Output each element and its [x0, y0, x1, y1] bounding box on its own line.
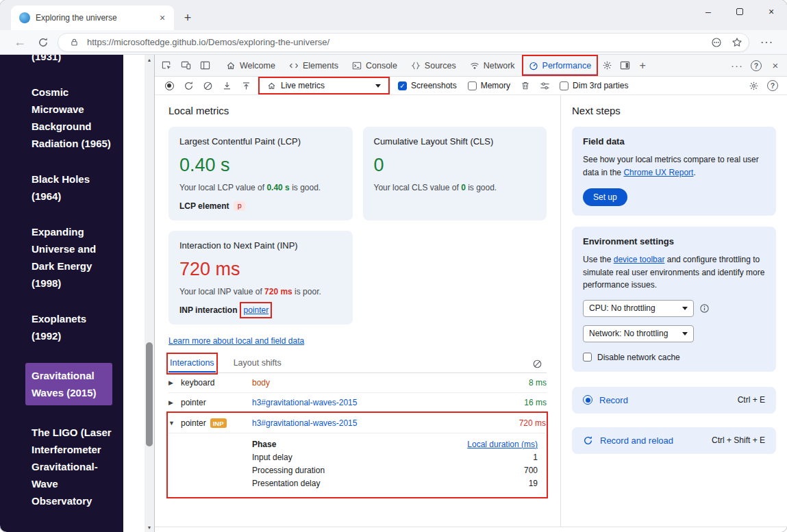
dim-third-parties-checkbox[interactable] — [560, 81, 569, 90]
scrollbar-down-icon[interactable]: ▼ — [145, 522, 154, 532]
tab-sources[interactable]: Sources — [404, 55, 463, 76]
dock-side-button[interactable] — [616, 58, 634, 74]
interaction-target-link[interactable]: h3#gravitational-waves-2015 — [252, 398, 524, 407]
tab-label: Network — [484, 61, 515, 71]
interaction-row-keyboard[interactable]: ▶ keyboard body 8 ms — [168, 373, 547, 393]
nav-item-cosmic-microwave[interactable]: Cosmic Microwave Background Radiation (1… — [32, 84, 114, 152]
nav-item-partial[interactable]: (1931) — [32, 55, 114, 65]
expand-icon[interactable]: ▶ — [168, 379, 181, 386]
field-data-text: See how your local metrics compare to re… — [583, 153, 765, 179]
scrollbar-thumb[interactable] — [146, 342, 153, 446]
interaction-target-link[interactable]: h3#gravitational-waves-2015 — [252, 418, 519, 428]
record-shortcut: Ctrl + E — [738, 395, 765, 405]
nav-item-black-holes[interactable]: Black Holes (1964) — [32, 170, 114, 205]
device-toolbar-button[interactable] — [177, 58, 195, 74]
log-tabs: Interactions Layout shifts — [168, 355, 547, 373]
learn-more-link[interactable]: Learn more about local and field data — [168, 336, 304, 346]
memory-checkbox-row[interactable]: Memory — [463, 81, 515, 90]
lcp-element-label: LCP element — [179, 201, 229, 211]
cpu-info-button[interactable] — [699, 303, 710, 314]
favorite-star-icon[interactable] — [729, 35, 745, 50]
network-throttling-select[interactable]: Network: No throttling — [583, 325, 694, 342]
record-icon — [165, 81, 174, 90]
tab-welcome[interactable]: Welcome — [219, 55, 282, 76]
dim-third-parties-checkbox-row[interactable]: Dim 3rd parties — [555, 81, 633, 90]
disable-cache-checkbox[interactable] — [583, 353, 592, 362]
expand-icon[interactable]: ▶ — [168, 399, 181, 406]
scrollbar-track[interactable] — [145, 64, 154, 522]
load-profile-button[interactable] — [218, 77, 236, 94]
tab-elements[interactable]: Elements — [282, 55, 345, 76]
save-profile-button[interactable] — [237, 77, 255, 94]
tab-performance[interactable]: Performance — [522, 55, 599, 76]
interaction-row-pointer[interactable]: ▶ pointer h3#gravitational-waves-2015 16… — [168, 393, 547, 413]
add-panel-button[interactable]: + — [634, 58, 651, 74]
tab-console[interactable]: Console — [345, 55, 404, 76]
screenshots-checkbox[interactable] — [398, 81, 407, 90]
collapse-icon[interactable]: ▼ — [168, 420, 181, 427]
tab-interactions[interactable]: Interactions — [168, 355, 216, 372]
throttling-button[interactable] — [536, 77, 553, 94]
local-metrics-heading: Local metrics — [168, 105, 547, 116]
browser-menu-button[interactable]: ··· — [755, 36, 779, 49]
device-toolbar-link[interactable]: device toolbar — [614, 255, 665, 264]
panel-help-button[interactable]: ? — [764, 77, 782, 94]
devtools-window-controls: ··· ? × — [728, 55, 784, 76]
window-maximize-button[interactable] — [724, 0, 755, 23]
inp-interaction-link[interactable]: pointer — [243, 305, 268, 315]
memory-checkbox[interactable] — [468, 81, 477, 90]
disable-cache-row[interactable]: Disable network cache — [583, 353, 765, 362]
devtools-more-button[interactable]: ··· — [728, 58, 746, 74]
panel-layout-button[interactable] — [196, 58, 214, 74]
refresh-button[interactable] — [34, 34, 52, 51]
record-button[interactable] — [160, 77, 178, 94]
nav-item-exoplanets[interactable]: Exoplanets (1992) — [32, 310, 114, 344]
page-viewport: (1931) Cosmic Microwave Background Radia… — [0, 55, 154, 532]
devtools-close-button[interactable]: × — [766, 58, 784, 74]
gc-button[interactable] — [516, 77, 534, 94]
page-actions-icon[interactable] — [709, 35, 724, 50]
tab-network[interactable]: Network — [463, 55, 522, 76]
phase-label: Presentation delay — [252, 479, 320, 488]
local-duration-link[interactable]: Local duration (ms) — [467, 440, 538, 449]
devtools-help-button[interactable]: ? — [747, 58, 765, 74]
url-text[interactable]: https://microsoftedge.github.io/Demos/ex… — [87, 37, 703, 47]
lcp-description: Your local LCP value of 0.40 s is good. — [179, 183, 342, 192]
nav-item-gravitational-waves[interactable]: Gravitational Waves (2015) — [25, 363, 112, 405]
window-close-button[interactable]: × — [755, 0, 787, 23]
browser-tab[interactable]: Exploring the universe × — [11, 5, 174, 30]
record-action-card[interactable]: Record Ctrl + E — [572, 387, 776, 414]
interaction-target[interactable]: body — [252, 378, 529, 388]
devtools-tool-icons — [158, 55, 219, 76]
capture-settings-button[interactable] — [745, 77, 762, 94]
tab-layout-shifts[interactable]: Layout shifts — [232, 355, 283, 372]
window-controls: – × — [692, 0, 787, 23]
window-minimize-button[interactable]: – — [692, 0, 724, 23]
crux-report-link[interactable]: Chrome UX Report — [623, 168, 693, 177]
new-tab-button[interactable]: + — [178, 8, 197, 27]
history-view-select[interactable]: Live metrics — [260, 79, 388, 92]
scrollbar-up-icon[interactable]: ▲ — [145, 55, 154, 64]
inp-value: 720 ms — [179, 259, 342, 280]
page-scrollbar[interactable]: ▲ ▼ — [145, 55, 154, 532]
clear-button[interactable] — [199, 77, 216, 94]
back-button[interactable]: ← — [11, 34, 29, 51]
inspect-element-button[interactable] — [158, 58, 175, 74]
interaction-row-pointer-inp[interactable]: ▼ pointer INP h3#gravitational-waves-201… — [168, 414, 546, 433]
tab-close-icon[interactable]: × — [156, 12, 168, 24]
lock-icon[interactable] — [66, 35, 82, 50]
phase-label: Processing duration — [252, 466, 325, 475]
devtools-settings-button[interactable] — [598, 58, 616, 74]
set-up-button[interactable]: Set up — [583, 188, 627, 206]
trash-icon — [521, 81, 530, 90]
url-field[interactable]: https://microsoftedge.github.io/Demos/ex… — [58, 33, 749, 52]
screenshots-checkbox-row[interactable]: Screenshots — [393, 81, 462, 90]
clear-log-button[interactable] — [528, 357, 547, 370]
record-reload-button[interactable] — [179, 77, 197, 94]
nav-item-expanding-universe[interactable]: Expanding Universe and Dark Energy (1998… — [32, 223, 114, 292]
nav-item-ligo[interactable]: The LIGO (Laser Interferometer Gravitati… — [32, 424, 114, 509]
cpu-throttling-select[interactable]: CPU: No throttling — [583, 300, 694, 317]
inp-interaction-label: INP interaction — [179, 305, 237, 315]
record-reload-action-card[interactable]: Record and reload Ctrl + Shift + E — [572, 427, 776, 454]
lcp-element-link[interactable]: p — [234, 201, 245, 211]
